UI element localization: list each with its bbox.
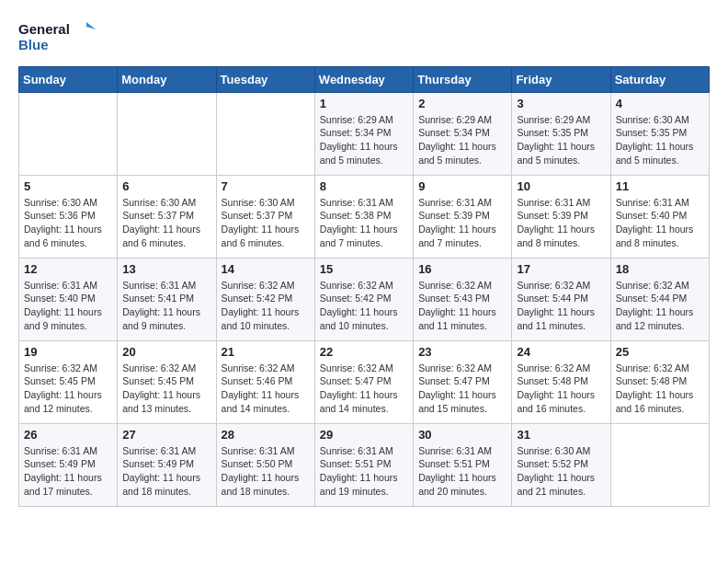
day-number: 16 <box>418 262 506 276</box>
calendar-cell: 23Sunrise: 6:32 AMSunset: 5:47 PMDayligh… <box>414 340 512 423</box>
day-number: 18 <box>616 262 704 276</box>
day-number: 5 <box>24 179 112 193</box>
calendar-cell <box>610 423 709 506</box>
calendar-cell: 30Sunrise: 6:31 AMSunset: 5:51 PMDayligh… <box>414 423 512 506</box>
day-info: Sunrise: 6:31 AMSunset: 5:50 PMDaylight:… <box>222 444 310 499</box>
day-number: 2 <box>418 97 506 110</box>
calendar-header: SundayMondayTuesdayWednesdayThursdayFrid… <box>19 66 710 92</box>
weekday-header-row: SundayMondayTuesdayWednesdayThursdayFrid… <box>19 66 710 92</box>
logo-text: General Blue <box>18 18 101 57</box>
day-info: Sunrise: 6:30 AMSunset: 5:35 PMDaylight:… <box>616 113 704 167</box>
day-number: 7 <box>222 179 310 193</box>
calendar-cell: 6Sunrise: 6:30 AMSunset: 5:37 PMDaylight… <box>118 175 216 258</box>
day-info: Sunrise: 6:32 AMSunset: 5:42 PMDaylight:… <box>222 279 310 333</box>
calendar-cell: 8Sunrise: 6:31 AMSunset: 5:38 PMDaylight… <box>314 175 413 258</box>
day-number: 15 <box>320 262 408 276</box>
day-info: Sunrise: 6:31 AMSunset: 5:40 PMDaylight:… <box>616 196 704 250</box>
day-info: Sunrise: 6:31 AMSunset: 5:39 PMDaylight:… <box>418 196 506 250</box>
day-number: 24 <box>517 345 605 359</box>
day-number: 9 <box>418 179 506 193</box>
calendar-cell: 11Sunrise: 6:31 AMSunset: 5:40 PMDayligh… <box>610 175 709 258</box>
calendar-cell: 15Sunrise: 6:32 AMSunset: 5:42 PMDayligh… <box>314 258 413 340</box>
calendar-cell: 9Sunrise: 6:31 AMSunset: 5:39 PMDaylight… <box>414 175 512 258</box>
day-info: Sunrise: 6:32 AMSunset: 5:44 PMDaylight:… <box>517 279 605 333</box>
day-info: Sunrise: 6:32 AMSunset: 5:48 PMDaylight:… <box>517 362 605 416</box>
day-info: Sunrise: 6:31 AMSunset: 5:49 PMDaylight:… <box>122 444 210 499</box>
calendar-cell <box>216 92 314 175</box>
calendar-cell <box>118 92 216 175</box>
calendar-cell: 22Sunrise: 6:32 AMSunset: 5:47 PMDayligh… <box>314 340 413 423</box>
calendar-cell: 20Sunrise: 6:32 AMSunset: 5:45 PMDayligh… <box>118 340 216 423</box>
day-info: Sunrise: 6:31 AMSunset: 5:38 PMDaylight:… <box>320 196 408 250</box>
day-info: Sunrise: 6:32 AMSunset: 5:48 PMDaylight:… <box>616 362 704 416</box>
weekday-header-monday: Monday <box>118 66 216 92</box>
day-number: 27 <box>122 428 210 442</box>
calendar-cell: 7Sunrise: 6:30 AMSunset: 5:37 PMDaylight… <box>216 175 314 258</box>
calendar-cell: 28Sunrise: 6:31 AMSunset: 5:50 PMDayligh… <box>216 423 314 506</box>
logo: General Blue <box>18 18 101 57</box>
svg-text:General: General <box>18 21 70 37</box>
day-info: Sunrise: 6:32 AMSunset: 5:47 PMDaylight:… <box>320 362 408 416</box>
day-number: 19 <box>24 345 112 359</box>
calendar-cell: 29Sunrise: 6:31 AMSunset: 5:51 PMDayligh… <box>314 423 413 506</box>
day-number: 20 <box>122 345 210 359</box>
calendar-week-3: 12Sunrise: 6:31 AMSunset: 5:40 PMDayligh… <box>19 258 710 340</box>
calendar-week-1: 1Sunrise: 6:29 AMSunset: 5:34 PMDaylight… <box>19 92 710 175</box>
day-number: 1 <box>320 97 408 110</box>
day-number: 4 <box>616 97 704 110</box>
calendar-cell: 13Sunrise: 6:31 AMSunset: 5:41 PMDayligh… <box>118 258 216 340</box>
day-info: Sunrise: 6:31 AMSunset: 5:49 PMDaylight:… <box>24 444 112 499</box>
calendar-cell: 3Sunrise: 6:29 AMSunset: 5:35 PMDaylight… <box>512 92 610 175</box>
day-number: 17 <box>517 262 605 276</box>
calendar-cell: 12Sunrise: 6:31 AMSunset: 5:40 PMDayligh… <box>19 258 118 340</box>
weekday-header-thursday: Thursday <box>414 66 512 92</box>
calendar-body: 1Sunrise: 6:29 AMSunset: 5:34 PMDaylight… <box>19 92 710 506</box>
day-info: Sunrise: 6:31 AMSunset: 5:40 PMDaylight:… <box>24 279 112 333</box>
calendar-cell: 16Sunrise: 6:32 AMSunset: 5:43 PMDayligh… <box>414 258 512 340</box>
calendar-cell: 2Sunrise: 6:29 AMSunset: 5:34 PMDaylight… <box>414 92 512 175</box>
day-info: Sunrise: 6:31 AMSunset: 5:51 PMDaylight:… <box>320 444 408 499</box>
calendar-cell: 26Sunrise: 6:31 AMSunset: 5:49 PMDayligh… <box>19 423 118 506</box>
day-info: Sunrise: 6:30 AMSunset: 5:37 PMDaylight:… <box>222 196 310 250</box>
calendar-cell: 24Sunrise: 6:32 AMSunset: 5:48 PMDayligh… <box>512 340 610 423</box>
calendar-cell: 1Sunrise: 6:29 AMSunset: 5:34 PMDaylight… <box>314 92 413 175</box>
calendar-cell <box>19 92 118 175</box>
day-number: 12 <box>24 262 112 276</box>
day-info: Sunrise: 6:30 AMSunset: 5:52 PMDaylight:… <box>517 444 605 499</box>
day-info: Sunrise: 6:29 AMSunset: 5:34 PMDaylight:… <box>320 113 408 167</box>
day-number: 25 <box>616 345 704 359</box>
day-info: Sunrise: 6:32 AMSunset: 5:46 PMDaylight:… <box>222 362 310 416</box>
day-info: Sunrise: 6:31 AMSunset: 5:51 PMDaylight:… <box>418 444 506 499</box>
calendar-cell: 4Sunrise: 6:30 AMSunset: 5:35 PMDaylight… <box>610 92 709 175</box>
calendar-week-5: 26Sunrise: 6:31 AMSunset: 5:49 PMDayligh… <box>19 423 710 506</box>
calendar-cell: 14Sunrise: 6:32 AMSunset: 5:42 PMDayligh… <box>216 258 314 340</box>
day-info: Sunrise: 6:30 AMSunset: 5:36 PMDaylight:… <box>24 196 112 250</box>
day-info: Sunrise: 6:32 AMSunset: 5:45 PMDaylight:… <box>122 362 210 416</box>
calendar-cell: 31Sunrise: 6:30 AMSunset: 5:52 PMDayligh… <box>512 423 610 506</box>
day-info: Sunrise: 6:32 AMSunset: 5:44 PMDaylight:… <box>616 279 704 333</box>
day-number: 28 <box>222 428 310 442</box>
calendar-cell: 25Sunrise: 6:32 AMSunset: 5:48 PMDayligh… <box>610 340 709 423</box>
calendar-week-2: 5Sunrise: 6:30 AMSunset: 5:36 PMDaylight… <box>19 175 710 258</box>
day-number: 26 <box>24 428 112 442</box>
day-number: 8 <box>320 179 408 193</box>
calendar-cell: 17Sunrise: 6:32 AMSunset: 5:44 PMDayligh… <box>512 258 610 340</box>
page-header: General Blue <box>18 18 710 57</box>
day-number: 11 <box>616 179 704 193</box>
svg-text:Blue: Blue <box>18 37 49 52</box>
calendar-cell: 10Sunrise: 6:31 AMSunset: 5:39 PMDayligh… <box>512 175 610 258</box>
weekday-header-wednesday: Wednesday <box>314 66 413 92</box>
day-info: Sunrise: 6:32 AMSunset: 5:43 PMDaylight:… <box>418 279 506 333</box>
day-number: 31 <box>517 428 605 442</box>
weekday-header-sunday: Sunday <box>19 66 118 92</box>
day-number: 14 <box>222 262 310 276</box>
calendar-week-4: 19Sunrise: 6:32 AMSunset: 5:45 PMDayligh… <box>19 340 710 423</box>
calendar-cell: 21Sunrise: 6:32 AMSunset: 5:46 PMDayligh… <box>216 340 314 423</box>
day-info: Sunrise: 6:31 AMSunset: 5:39 PMDaylight:… <box>517 196 605 250</box>
day-info: Sunrise: 6:32 AMSunset: 5:45 PMDaylight:… <box>24 362 112 416</box>
day-info: Sunrise: 6:32 AMSunset: 5:47 PMDaylight:… <box>418 362 506 416</box>
day-info: Sunrise: 6:29 AMSunset: 5:35 PMDaylight:… <box>517 113 605 167</box>
calendar-cell: 19Sunrise: 6:32 AMSunset: 5:45 PMDayligh… <box>19 340 118 423</box>
weekday-header-saturday: Saturday <box>610 66 709 92</box>
weekday-header-tuesday: Tuesday <box>216 66 314 92</box>
